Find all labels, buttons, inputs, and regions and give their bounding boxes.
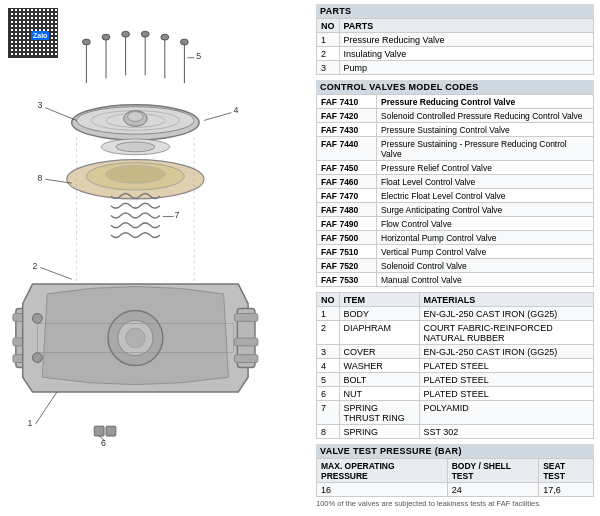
- svg-text:8: 8: [37, 173, 42, 183]
- model-code: FAF 7420: [317, 109, 377, 123]
- svg-point-25: [116, 142, 155, 152]
- mat-no: 8: [317, 425, 340, 439]
- model-code: FAF 7410: [317, 95, 377, 109]
- svg-text:7: 7: [175, 210, 180, 220]
- svg-point-5: [122, 31, 130, 37]
- model-desc: Pressure Relief Control Valve: [377, 161, 594, 175]
- svg-rect-42: [234, 355, 258, 363]
- table-row: FAF 7450 Pressure Relief Control Valve: [317, 161, 594, 175]
- svg-rect-52: [94, 426, 104, 436]
- model-desc: Manual Control Valve: [377, 273, 594, 287]
- table-row: 3 COVER EN-GJL-250 CAST IRON (GG25): [317, 345, 594, 359]
- svg-text:5: 5: [196, 51, 201, 61]
- mat-material: POLYAMID: [419, 401, 594, 425]
- svg-point-38: [33, 353, 43, 363]
- table-row: FAF 7470 Electric Float Level Control Va…: [317, 189, 594, 203]
- model-desc: Float Level Control Valve: [377, 175, 594, 189]
- svg-point-11: [180, 39, 188, 45]
- svg-point-7: [141, 31, 149, 37]
- model-code: FAF 7430: [317, 123, 377, 137]
- table-row: 8 SPRING SST 302: [317, 425, 594, 439]
- table-row: FAF 7510 Vertical Pump Control Valve: [317, 245, 594, 259]
- svg-line-23: [45, 108, 76, 121]
- mat-no: 6: [317, 387, 340, 401]
- svg-line-50: [40, 267, 71, 279]
- svg-point-21: [128, 112, 144, 122]
- valve-test-section: VALVE TEST PRESSURE (Bar) MAX. OPERATING…: [316, 444, 594, 508]
- svg-line-48: [35, 392, 57, 424]
- mat-item: DIAPHRAM: [339, 321, 419, 345]
- table-row: FAF 7410 Pressure Reducing Control Valve: [317, 95, 594, 109]
- model-code: FAF 7480: [317, 203, 377, 217]
- mat-material: EN-GJL-250 CAST IRON (GG25): [419, 307, 594, 321]
- model-code: FAF 7450: [317, 161, 377, 175]
- mat-no: 3: [317, 345, 340, 359]
- part-name: Pump: [339, 61, 594, 75]
- model-desc: Pressure Sustaining Control Valve: [377, 123, 594, 137]
- materials-table: NO ITEM MATERIALS 1 BODY EN-GJL-250 CAST…: [316, 292, 594, 439]
- model-desc: Vertical Pump Control Valve: [377, 245, 594, 259]
- valve-test-header: VALVE TEST PRESSURE (Bar): [316, 444, 594, 458]
- svg-text:3: 3: [37, 100, 42, 110]
- part-name: Pressure Reducing Valve: [339, 33, 594, 47]
- model-desc: Surge Anticipating Control Valve: [377, 203, 594, 217]
- mat-material: SST 302: [419, 425, 594, 439]
- mat-no: 2: [317, 321, 340, 345]
- mat-material: PLATED STEEL: [419, 387, 594, 401]
- mat-item-header: ITEM: [339, 293, 419, 307]
- test-seat-value: 17,6: [539, 483, 594, 497]
- mat-no: 7: [317, 401, 340, 425]
- model-desc: Pressure Sustaining - Pressure Reducing …: [377, 137, 594, 161]
- control-valves-section: CONTROL VALVES MODEL CODES FAF 7410 Pres…: [316, 80, 594, 287]
- mat-no: 4: [317, 359, 340, 373]
- model-code: FAF 7460: [317, 175, 377, 189]
- table-row: 3 Pump: [317, 61, 594, 75]
- mat-no-header: NO: [317, 293, 340, 307]
- test-body-header: BODY / SHELL TEST: [447, 459, 539, 483]
- valve-test-table: MAX. OPERATING PRESSURE BODY / SHELL TES…: [316, 458, 594, 497]
- footnote: 100% of the valves are subjected to leak…: [316, 499, 594, 508]
- mat-material: EN-GJL-250 CAST IRON (GG25): [419, 345, 594, 359]
- svg-rect-41: [234, 338, 258, 346]
- svg-point-9: [161, 34, 169, 40]
- model-code: FAF 7530: [317, 273, 377, 287]
- model-desc: Solenoid Control Valve: [377, 259, 594, 273]
- svg-text:1: 1: [28, 418, 33, 428]
- part-no: 3: [317, 61, 340, 75]
- test-body-value: 24: [447, 483, 539, 497]
- test-op-value: 16: [317, 483, 448, 497]
- mat-material: PLATED STEEL: [419, 373, 594, 387]
- svg-point-45: [126, 328, 146, 348]
- materials-section: NO ITEM MATERIALS 1 BODY EN-GJL-250 CAST…: [316, 292, 594, 439]
- mat-item: BODY: [339, 307, 419, 321]
- model-code: FAF 7510: [317, 245, 377, 259]
- table-row: 1 BODY EN-GJL-250 CAST IRON (GG25): [317, 307, 594, 321]
- table-row: FAF 7430 Pressure Sustaining Control Val…: [317, 123, 594, 137]
- control-valves-table: FAF 7410 Pressure Reducing Control Valve…: [316, 94, 594, 287]
- svg-point-1: [82, 39, 90, 45]
- model-desc: Electric Float Level Control Valve: [377, 189, 594, 203]
- table-row: 5 BOLT PLATED STEEL: [317, 373, 594, 387]
- parts-header: PARTS: [316, 4, 594, 18]
- table-row: FAF 7460 Float Level Control Valve: [317, 175, 594, 189]
- left-panel: Zalo 5 4: [0, 0, 310, 516]
- mat-item: SPRING: [339, 425, 419, 439]
- table-row: 2 DIAPHRAM COURT FABRIC-REINFORCED NATUR…: [317, 321, 594, 345]
- svg-line-15: [204, 113, 231, 121]
- part-no: 1: [317, 33, 340, 47]
- model-code: FAF 7470: [317, 189, 377, 203]
- table-row: FAF 7500 Horizontal Pump Control Valve: [317, 231, 594, 245]
- table-row: 6 NUT PLATED STEEL: [317, 387, 594, 401]
- model-desc: Pressure Reducing Control Valve: [377, 95, 594, 109]
- table-row: FAF 7480 Surge Anticipating Control Valv…: [317, 203, 594, 217]
- model-code: FAF 7490: [317, 217, 377, 231]
- table-row: 16 24 17,6: [317, 483, 594, 497]
- table-row: 2 Insulating Valve: [317, 47, 594, 61]
- table-row: FAF 7530 Manual Control Valve: [317, 273, 594, 287]
- svg-point-3: [102, 34, 110, 40]
- valve-diagram: 5 4 3 8: [8, 10, 302, 470]
- table-row: FAF 7490 Flow Control Valve: [317, 217, 594, 231]
- model-code: FAF 7440: [317, 137, 377, 161]
- table-row: FAF 7420 Solenoid Controlled Pressure Re…: [317, 109, 594, 123]
- svg-point-28: [106, 166, 165, 184]
